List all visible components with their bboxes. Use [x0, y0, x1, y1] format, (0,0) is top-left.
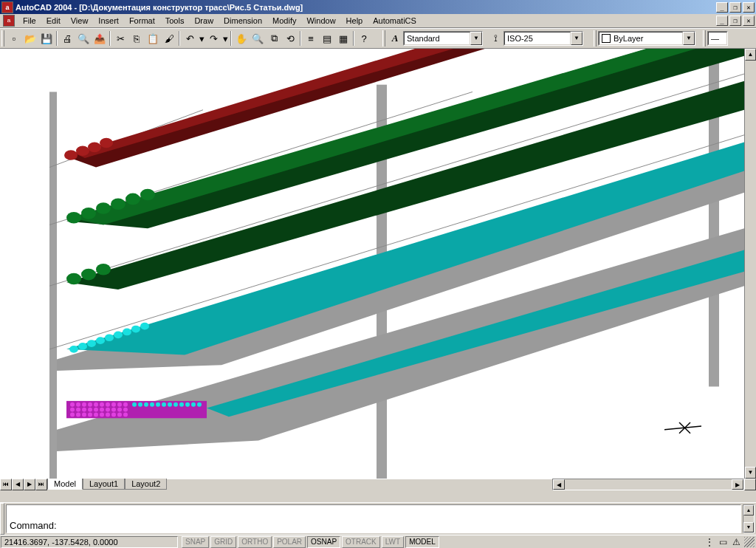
status-toggle-grid[interactable]: GRID	[210, 536, 236, 548]
scroll-down-button[interactable]: ▼	[743, 522, 754, 532]
zoom-prev-button[interactable]: ⟲	[282, 30, 298, 47]
dropdown-icon[interactable]: ▼	[683, 32, 695, 45]
doc-close-button[interactable]: ✕	[743, 16, 755, 26]
layer-color-combo[interactable]: ByLayer ▼	[598, 31, 695, 46]
coordinates-display[interactable]: 21416.3697, -137.5428, 0.0000	[1, 536, 178, 548]
tab-layout1[interactable]: Layout1	[83, 479, 125, 490]
svg-point-55	[70, 412, 75, 417]
undo-dropdown-icon[interactable]: ▾	[198, 30, 205, 47]
cut-button[interactable]: ✂	[112, 30, 128, 47]
svg-point-69	[156, 403, 160, 407]
scroll-up-button[interactable]: ▲	[743, 505, 754, 516]
svg-point-65	[132, 403, 137, 407]
save-button[interactable]: 💾	[38, 30, 55, 47]
menu-view[interactable]: View	[66, 15, 94, 27]
toolbar-handle[interactable]	[703, 30, 706, 47]
menu-window[interactable]: Window	[301, 15, 340, 27]
menu-edit[interactable]: Edit	[41, 15, 66, 27]
text-style-combo[interactable]: Standard ▼	[403, 31, 483, 46]
menu-format[interactable]: Format	[124, 15, 160, 27]
command-scrollbar[interactable]: ▲ ▼	[743, 504, 755, 533]
redo-button[interactable]: ↷	[205, 30, 221, 47]
tray-icon[interactable]: ⋮	[704, 536, 715, 548]
dropdown-icon[interactable]: ▼	[571, 32, 583, 45]
new-button[interactable]: ▫	[6, 30, 22, 47]
menu-tools[interactable]: Tools	[160, 15, 190, 27]
close-button[interactable]: ✕	[743, 2, 755, 13]
extra-combo[interactable]: —	[707, 31, 728, 46]
status-toggle-otrack[interactable]: OTRACK	[342, 536, 380, 548]
tray-icon[interactable]: ▭	[717, 536, 729, 548]
toolbar-handle[interactable]	[594, 30, 597, 47]
model-viewport[interactable]	[0, 49, 744, 479]
svg-point-39	[94, 403, 98, 407]
status-toggle-lwt[interactable]: LWT	[382, 536, 404, 548]
resize-grip[interactable]	[744, 537, 755, 547]
dropdown-icon[interactable]: ▼	[470, 32, 482, 45]
menu-draw[interactable]: Draw	[189, 15, 219, 27]
dim-style-icon[interactable]: ⟟	[487, 30, 504, 47]
svg-point-73	[179, 403, 184, 407]
zoom-win-button[interactable]: ⧉	[266, 30, 282, 47]
svg-point-24	[78, 343, 87, 350]
scroll-right-button[interactable]: ▶	[732, 479, 743, 490]
toolbar-handle[interactable]	[1, 30, 4, 47]
svg-point-23	[69, 346, 78, 353]
tray-icon[interactable]: ⚠	[730, 536, 742, 548]
publish-button[interactable]: 📤	[92, 30, 108, 47]
status-toggle-polar[interactable]: POLAR	[273, 536, 306, 548]
restore-button[interactable]: ❐	[729, 2, 741, 13]
pan-button[interactable]: ✋	[233, 30, 250, 47]
command-handle[interactable]	[0, 503, 4, 535]
tab-layout2[interactable]: Layout2	[125, 479, 167, 490]
dim-style-combo[interactable]: ISO-25 ▼	[504, 31, 583, 46]
dc-button[interactable]: ▤	[319, 30, 335, 47]
dim-style-value: ISO-25	[504, 32, 571, 45]
open-button[interactable]: 📂	[22, 30, 38, 47]
tab-scroll-prev-button[interactable]: ◀	[12, 479, 24, 490]
zoom-rt-button[interactable]: 🔍	[250, 30, 266, 47]
menu-automatics[interactable]: AutomatiCS	[368, 15, 422, 27]
toolbar-handle[interactable]	[382, 30, 385, 47]
drawing-canvas	[0, 49, 744, 479]
status-toggle-ortho[interactable]: ORTHO	[238, 536, 272, 548]
menu-insert[interactable]: Insert	[93, 15, 124, 27]
scroll-left-button[interactable]: ◀	[553, 479, 565, 490]
tool-pal-button[interactable]: ▦	[335, 30, 351, 47]
undo-button[interactable]: ↶	[182, 30, 198, 47]
menu-modify[interactable]: Modify	[267, 15, 301, 27]
command-input[interactable]: Command:	[6, 504, 741, 533]
tab-scroll-last-button[interactable]: ⏭	[35, 479, 47, 490]
status-toggle-osnap[interactable]: OSNAP	[307, 536, 340, 548]
tab-scroll-first-button[interactable]: ⏮	[0, 479, 12, 490]
properties-button[interactable]: ≡	[303, 30, 319, 47]
menu-dimension[interactable]: Dimension	[219, 15, 267, 27]
status-toggle-model[interactable]: MODEL	[405, 536, 439, 548]
text-style-icon[interactable]: A	[387, 30, 403, 47]
status-toggle-snap[interactable]: SNAP	[182, 536, 209, 548]
scroll-down-button[interactable]: ▼	[745, 467, 756, 479]
svg-point-38	[88, 403, 92, 407]
vertical-scrollbar[interactable]: ▲ ▼	[744, 49, 756, 479]
plot-preview-button[interactable]: 🔍	[75, 30, 92, 47]
document-icon[interactable]: a	[3, 15, 15, 27]
menu-file[interactable]: File	[18, 15, 41, 27]
menu-help[interactable]: Help	[341, 15, 368, 27]
plot-button[interactable]: 🖨	[59, 30, 75, 47]
svg-marker-22	[66, 143, 744, 355]
paste-button[interactable]: 📋	[145, 30, 161, 47]
doc-restore-button[interactable]: ❐	[729, 16, 741, 26]
horizontal-scrollbar[interactable]: ◀ ▶	[552, 479, 744, 490]
redo-dropdown-icon[interactable]: ▾	[221, 30, 229, 47]
doc-minimize-button[interactable]: _	[716, 16, 728, 26]
svg-point-48	[88, 408, 92, 412]
minimize-button[interactable]: _	[716, 2, 728, 13]
match-prop-button[interactable]: 🖌	[161, 30, 177, 47]
svg-point-20	[96, 264, 111, 275]
tab-model[interactable]: Model	[47, 479, 83, 490]
help-button[interactable]: ?	[356, 30, 372, 47]
ucs-icon	[664, 422, 701, 434]
scroll-up-button[interactable]: ▲	[745, 49, 756, 61]
copy-button[interactable]: ⎘	[128, 30, 145, 47]
tab-scroll-next-button[interactable]: ▶	[24, 479, 35, 490]
